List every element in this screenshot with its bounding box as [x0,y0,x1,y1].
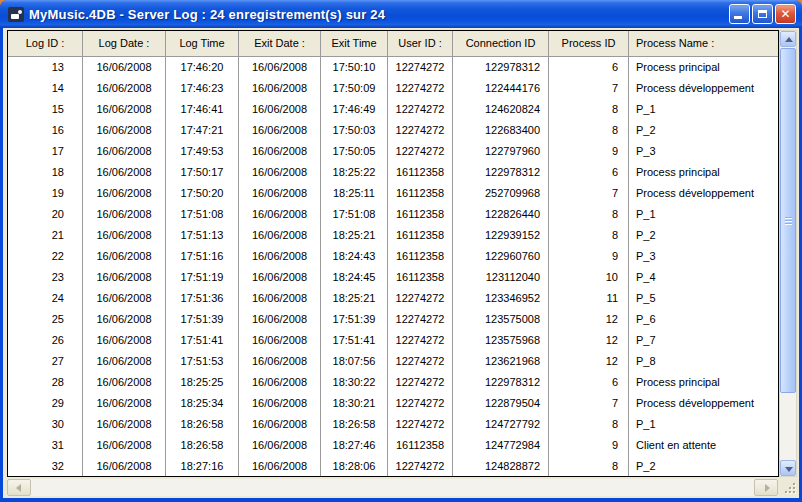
cell[interactable]: 17:51:36 [166,288,239,309]
table-row[interactable]: 3116/06/200818:26:5816/06/200818:27:4616… [8,435,778,456]
column-header[interactable]: Exit Time [321,31,388,56]
cell[interactable]: 18:07:56 [321,351,388,372]
cell[interactable]: 123621968 [453,351,549,372]
cell[interactable]: Process développement [629,183,778,204]
cell[interactable]: 12 [549,330,629,351]
cell[interactable]: 7 [549,78,629,99]
cell[interactable]: 21 [8,225,83,246]
cell[interactable]: 16/06/2008 [83,162,166,183]
cell[interactable]: 20 [8,204,83,225]
table-row[interactable]: 2116/06/200817:51:1316/06/200818:25:2116… [8,225,778,246]
column-header[interactable]: Log ID : [8,31,83,56]
app-icon[interactable] [8,7,24,22]
table-row[interactable]: 2916/06/200818:25:3416/06/200818:30:2112… [8,393,778,414]
cell[interactable]: 17:47:21 [166,120,239,141]
cell[interactable]: 17:50:17 [166,162,239,183]
cell[interactable]: 16 [8,120,83,141]
cell[interactable]: 8 [549,225,629,246]
cell[interactable]: 18:25:25 [166,372,239,393]
cell[interactable]: 16/06/2008 [83,393,166,414]
cell[interactable]: 17:51:53 [166,351,239,372]
cell[interactable]: 16/06/2008 [83,246,166,267]
cell[interactable]: 16/06/2008 [83,330,166,351]
cell[interactable]: 16/06/2008 [83,351,166,372]
cell[interactable]: 9 [549,141,629,162]
cell[interactable]: Process principal [629,57,778,78]
cell[interactable]: 28 [8,372,83,393]
cell[interactable]: 18:25:21 [321,225,388,246]
cell[interactable]: 16/06/2008 [239,183,321,204]
cell[interactable]: 12 [549,309,629,330]
cell[interactable]: 8 [549,120,629,141]
cell[interactable]: 17:46:23 [166,78,239,99]
cell[interactable]: 123346952 [453,288,549,309]
cell[interactable]: 18:25:11 [321,183,388,204]
cell[interactable]: 26 [8,330,83,351]
cell[interactable]: 16/06/2008 [83,414,166,435]
cell[interactable]: 16/06/2008 [239,57,321,78]
cell[interactable]: Process développement [629,393,778,414]
cell[interactable]: P_1 [629,99,778,120]
vertical-scrollbar[interactable] [779,30,797,477]
column-header[interactable]: User ID : [388,31,453,56]
table-row[interactable]: 2416/06/200817:51:3616/06/200818:25:2112… [8,288,778,309]
cell[interactable]: 16/06/2008 [239,246,321,267]
cell[interactable]: 17:50:20 [166,183,239,204]
cell[interactable]: Client en attente [629,435,778,456]
scroll-down-button[interactable] [780,460,796,476]
scroll-left-button[interactable] [7,479,31,496]
cell[interactable]: 16/06/2008 [83,288,166,309]
maximize-button[interactable] [752,4,773,24]
column-header[interactable]: Log Date : [83,31,166,56]
cell[interactable]: 24 [8,288,83,309]
cell[interactable]: 17:50:10 [321,57,388,78]
cell[interactable]: 18:24:45 [321,267,388,288]
cell[interactable]: 18:26:58 [166,435,239,456]
cell[interactable]: 16/06/2008 [239,414,321,435]
cell[interactable]: 17:51:16 [166,246,239,267]
cell[interactable]: P_5 [629,288,778,309]
cell[interactable]: 12274272 [388,99,453,120]
cell[interactable]: 12274272 [388,288,453,309]
resize-grip-icon[interactable] [780,479,798,496]
minimize-button[interactable] [729,4,750,24]
cell[interactable]: 16/06/2008 [83,435,166,456]
cell[interactable]: 16/06/2008 [83,204,166,225]
cell[interactable]: 16/06/2008 [239,288,321,309]
cell[interactable]: 17:50:09 [321,78,388,99]
cell[interactable]: 6 [549,57,629,78]
cell[interactable]: 123112040 [453,267,549,288]
cell[interactable]: 16112358 [388,246,453,267]
cell[interactable]: 16/06/2008 [239,456,321,477]
table-row[interactable]: 2016/06/200817:51:0816/06/200817:51:0816… [8,204,778,225]
cell[interactable]: 6 [549,162,629,183]
cell[interactable]: 18:30:21 [321,393,388,414]
cell[interactable]: 18:25:22 [321,162,388,183]
cell[interactable]: 124772984 [453,435,549,456]
cell[interactable]: 8 [549,456,629,477]
cell[interactable]: 16112358 [388,435,453,456]
cell[interactable]: 23 [8,267,83,288]
cell[interactable]: 16/06/2008 [83,372,166,393]
cell[interactable]: 16/06/2008 [239,120,321,141]
cell[interactable]: 16/06/2008 [239,435,321,456]
cell[interactable]: 15 [8,99,83,120]
cell[interactable]: 18:30:22 [321,372,388,393]
cell[interactable]: Process principal [629,162,778,183]
cell[interactable]: 124620824 [453,99,549,120]
cell[interactable]: 12274272 [388,414,453,435]
cell[interactable]: 122939152 [453,225,549,246]
cell[interactable]: 16/06/2008 [239,162,321,183]
cell[interactable]: 17:51:19 [166,267,239,288]
cell[interactable]: 122978312 [453,57,549,78]
table-row[interactable]: 1916/06/200817:50:2016/06/200818:25:1116… [8,183,778,204]
cell[interactable]: Process développement [629,78,778,99]
cell[interactable]: 16/06/2008 [83,456,166,477]
cell[interactable]: 16/06/2008 [239,330,321,351]
cell[interactable]: 18:27:46 [321,435,388,456]
cell[interactable]: P_1 [629,414,778,435]
cell[interactable]: 32 [8,456,83,477]
cell[interactable]: 16/06/2008 [83,57,166,78]
cell[interactable]: 17:46:20 [166,57,239,78]
table-row[interactable]: 2216/06/200817:51:1616/06/200818:24:4316… [8,246,778,267]
